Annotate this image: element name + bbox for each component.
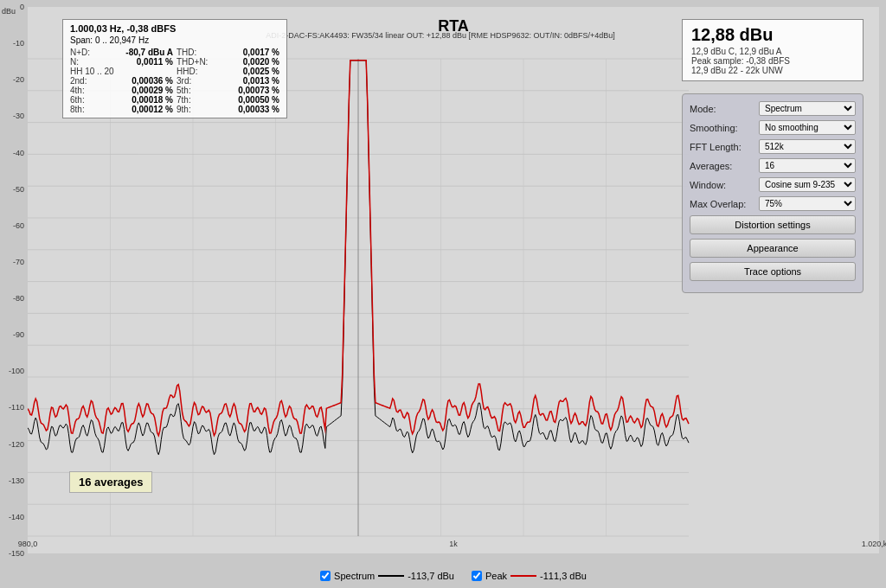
smoothing-label: Smoothing:	[690, 123, 759, 133]
y-axis-label: -20	[13, 75, 24, 84]
window-row: Window: Cosine sum 9-235	[690, 177, 856, 192]
y-axis-label: -70	[13, 258, 24, 266]
y-axis-label: -110	[9, 403, 24, 412]
y-axis-label: -130	[9, 476, 24, 485]
y-axis-label: -90	[13, 330, 24, 339]
y-axis-label: -80	[13, 294, 24, 303]
mode-row: Mode: Spectrum	[690, 101, 856, 116]
mode-select[interactable]: Spectrum	[759, 101, 856, 116]
peak-legend-line	[510, 575, 536, 577]
peak-checkbox[interactable]	[472, 571, 482, 581]
max-overlap-label: Max Overlap:	[690, 199, 759, 209]
fft-label: FFT Length:	[690, 142, 759, 152]
y-axis-label: -30	[13, 112, 24, 120]
spectrum-legend-line	[378, 575, 404, 577]
peak-legend-value: -111,3 dBu	[540, 571, 587, 581]
y-axis-label: -40	[13, 149, 24, 157]
y-axis-label: -150	[9, 549, 24, 558]
bottom-legend: Spectrum -113,7 dBu Peak -111,3 dBu	[28, 571, 879, 581]
peak-legend-label: Peak	[485, 571, 507, 581]
spectrum-legend-value: -113,7 dBu	[408, 571, 454, 581]
averages-label: Averages:	[690, 161, 759, 171]
controls-panel: Mode: Spectrum Smoothing: No smoothing F…	[682, 93, 864, 293]
max-overlap-select[interactable]: 75%	[759, 196, 856, 211]
mode-label: Mode:	[690, 104, 759, 114]
averages-row: Averages: 16	[690, 158, 856, 173]
y-axis-label: -50	[13, 185, 24, 194]
trace-options-button[interactable]: Trace options	[690, 262, 856, 281]
peak-legend-item: Peak -111,3 dBu	[472, 571, 587, 581]
y-axis-label: -60	[13, 221, 24, 230]
y-axis-label: -120	[9, 440, 24, 449]
spectrum-checkbox[interactable]	[320, 571, 331, 581]
main-container: dBu 0-10-20-30-40-50-60-70-80-90-100-110…	[0, 0, 886, 588]
y-axis: 0-10-20-30-40-50-60-70-80-90-100-110-120…	[0, 7, 28, 553]
smoothing-row: Smoothing: No smoothing	[690, 120, 856, 135]
dbu-axis-label: dBu	[2, 7, 16, 16]
smoothing-select[interactable]: No smoothing	[759, 120, 856, 135]
spectrum-legend-item: Spectrum -113,7 dBu	[320, 571, 454, 581]
window-label: Window:	[690, 180, 759, 190]
appearance-button[interactable]: Appearance	[690, 239, 856, 258]
chart-area: RTA ADI-2-DAC-FS:AK4493: FW35/34 linear …	[28, 7, 879, 553]
averages-select[interactable]: 16	[759, 158, 856, 173]
y-axis-label: -10	[13, 39, 24, 48]
distortion-settings-button[interactable]: Distortion settings	[690, 215, 856, 234]
window-select[interactable]: Cosine sum 9-235	[759, 177, 856, 192]
y-axis-label: -140	[9, 513, 24, 521]
spectrum-legend-label: Spectrum	[334, 571, 375, 581]
y-axis-label: 0	[20, 3, 24, 11]
max-overlap-row: Max Overlap: 75%	[690, 196, 856, 211]
fft-select[interactable]: 512k	[759, 139, 856, 154]
y-axis-label: -100	[9, 367, 24, 375]
fft-row: FFT Length: 512k	[690, 139, 856, 154]
